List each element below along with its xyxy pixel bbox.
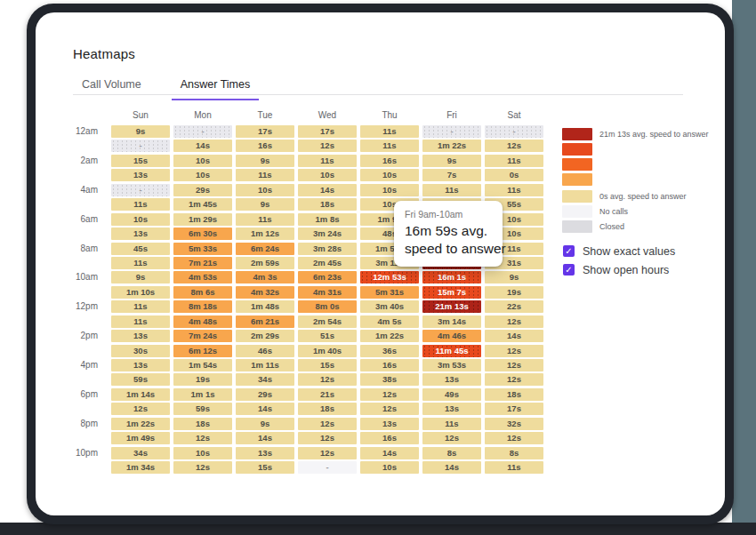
cell-mon-3[interactable]: 10s [173,169,232,181]
cell-sun-3[interactable]: 13s [111,169,170,181]
cell-sun-17[interactable]: 59s [111,373,170,386]
cell-tue-1[interactable]: 16s [236,140,294,152]
cell-tue-8[interactable]: 6m 24s [236,243,294,255]
cell-thu-0[interactable]: 11s [360,125,419,138]
tab-call-volume[interactable]: Call Volume [73,71,150,100]
cell-sun-19[interactable]: 12s [111,403,170,415]
cell-sat-12[interactable]: 22s [485,300,543,313]
cell-tue-19[interactable]: 14s [236,403,294,415]
cell-fri-23[interactable]: 14s [422,461,481,474]
cell-sat-15[interactable]: 12s [485,345,543,357]
checkbox-show-exact-values[interactable]: ✓Show exact values [563,244,675,258]
cell-wed-22[interactable]: 12s [298,447,357,459]
cell-wed-0[interactable]: 17s [298,125,357,138]
cell-wed-18[interactable]: 21s [298,388,357,401]
cell-fri-13[interactable]: 3m 14s [422,315,481,328]
cell-fri-2[interactable]: 9s [422,155,481,167]
cell-sun-0[interactable]: 9s [111,125,170,138]
cell-wed-3[interactable]: 10s [298,169,357,181]
cell-fri-3[interactable]: 7s [422,169,481,181]
cell-wed-14[interactable]: 51s [298,330,357,342]
cell-sat-0[interactable]: - [485,125,543,138]
cell-wed-1[interactable]: 12s [298,140,357,152]
cell-thu-3[interactable]: 10s [360,169,419,181]
cell-sun-20[interactable]: 1m 22s [111,418,170,430]
cell-mon-23[interactable]: 12s [173,461,232,474]
cell-sun-6[interactable]: 10s [111,213,170,226]
cell-mon-14[interactable]: 7m 24s [173,330,232,342]
cell-mon-22[interactable]: 10s [173,447,232,459]
cell-thu-10[interactable]: 12m 53s [360,271,419,283]
cell-sat-14[interactable]: 14s [485,330,543,342]
cell-tue-5[interactable]: 9s [236,198,294,211]
cell-fri-15[interactable]: 11m 45s [422,345,481,357]
cell-tue-9[interactable]: 2m 59s [236,257,294,269]
cell-mon-1[interactable]: 14s [173,140,232,152]
cell-mon-10[interactable]: 4m 53s [173,271,232,283]
cell-wed-7[interactable]: 3m 24s [298,228,357,240]
cell-sun-12[interactable]: 11s [111,300,170,313]
cell-thu-1[interactable]: 11s [360,140,419,152]
cell-wed-8[interactable]: 3m 28s [298,243,357,255]
cell-wed-12[interactable]: 8m 0s [298,300,357,313]
cell-sat-13[interactable]: 12s [485,315,543,328]
cell-tue-6[interactable]: 11s [236,213,294,226]
cell-fri-12[interactable]: 21m 13s [422,300,481,313]
cell-sun-23[interactable]: 1m 34s [111,461,170,474]
cell-fri-16[interactable]: 3m 53s [422,359,481,371]
cell-mon-20[interactable]: 18s [173,418,232,430]
cell-wed-17[interactable]: 12s [298,373,357,386]
cell-mon-16[interactable]: 1m 54s [173,359,232,371]
cell-sun-18[interactable]: 1m 14s [111,388,170,401]
cell-thu-12[interactable]: 3m 40s [360,300,419,313]
cell-sat-21[interactable]: 12s [485,432,543,444]
cell-wed-16[interactable]: 15s [298,359,357,371]
cell-wed-15[interactable]: 1m 40s [298,345,357,357]
cell-thu-18[interactable]: 12s [360,388,419,401]
cell-mon-13[interactable]: 4m 48s [173,315,232,328]
cell-sun-7[interactable]: 13s [111,228,170,240]
cell-fri-10[interactable]: 16m 1s [422,271,481,283]
checkbox-checked-icon[interactable]: ✓ [563,264,575,275]
cell-thu-23[interactable]: 10s [360,461,419,474]
cell-thu-4[interactable]: 10s [360,184,419,196]
cell-tue-4[interactable]: 10s [236,184,294,196]
cell-mon-4[interactable]: 29s [173,184,232,196]
cell-wed-10[interactable]: 6m 23s [298,271,357,283]
cell-fri-4[interactable]: 11s [422,184,481,196]
cell-sat-18[interactable]: 18s [485,388,543,401]
cell-mon-9[interactable]: 7m 21s [173,257,232,269]
cell-sat-16[interactable]: 12s [485,359,543,371]
cell-tue-12[interactable]: 1m 48s [236,300,294,313]
cell-thu-22[interactable]: 14s [360,447,419,459]
cell-sat-4[interactable]: 11s [485,184,543,196]
cell-tue-3[interactable]: 11s [236,169,294,181]
cell-thu-14[interactable]: 1m 22s [360,330,419,342]
cell-sat-1[interactable]: 12s [485,140,543,152]
cell-fri-21[interactable]: 12s [422,432,481,444]
cell-tue-10[interactable]: 4m 3s [236,271,294,283]
cell-tue-7[interactable]: 1m 12s [236,228,294,240]
cell-tue-18[interactable]: 29s [236,388,294,401]
cell-mon-5[interactable]: 1m 45s [173,198,232,211]
cell-tue-0[interactable]: 17s [236,125,294,138]
cell-fri-20[interactable]: 11s [422,418,481,430]
cell-thu-17[interactable]: 38s [360,373,419,386]
cell-fri-19[interactable]: 13s [422,403,481,415]
cell-wed-23[interactable]: - [298,461,357,474]
cell-mon-19[interactable]: 59s [173,403,232,415]
cell-wed-2[interactable]: 11s [298,155,357,167]
cell-wed-5[interactable]: 18s [298,198,357,211]
cell-mon-18[interactable]: 1m 1s [173,388,232,401]
cell-mon-0[interactable]: - [173,125,232,138]
cell-fri-1[interactable]: 1m 22s [422,140,481,152]
cell-tue-2[interactable]: 9s [236,155,294,167]
cell-mon-12[interactable]: 8m 18s [173,300,232,313]
checkbox-checked-icon[interactable]: ✓ [563,245,575,257]
cell-tue-23[interactable]: 15s [236,461,294,474]
cell-mon-21[interactable]: 12s [173,432,232,444]
cell-tue-11[interactable]: 4m 32s [236,286,294,299]
cell-sun-15[interactable]: 30s [111,345,170,357]
cell-sat-17[interactable]: 12s [485,373,543,386]
cell-wed-4[interactable]: 14s [298,184,357,196]
